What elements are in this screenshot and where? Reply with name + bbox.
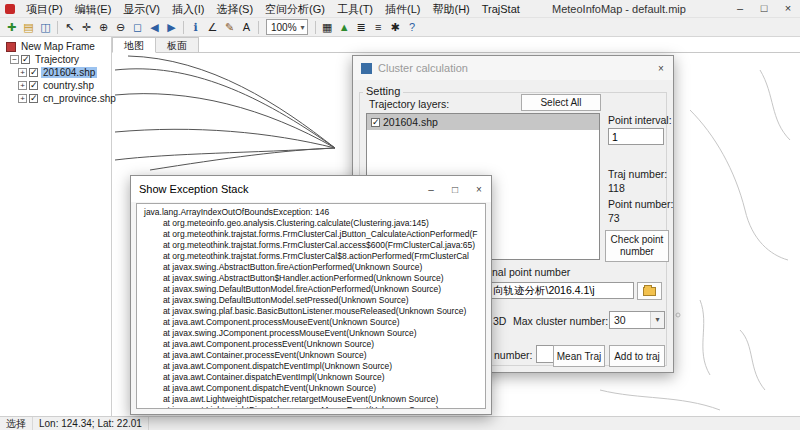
point-interval-label: Point interval: <box>608 114 672 126</box>
browse-folder-button[interactable] <box>637 282 662 300</box>
menu-view[interactable]: 显示(V) <box>117 0 166 18</box>
minimize-button[interactable]: – <box>728 0 752 18</box>
trajectory-layers-label: Trajectory layers: <box>369 98 449 110</box>
toolbar-separator <box>258 21 259 34</box>
layer-list-checkbox[interactable] <box>371 118 380 127</box>
measure-icon[interactable]: ∠ <box>204 19 221 35</box>
zoom-level-combo[interactable]: 100% ▾ <box>266 19 308 35</box>
zoom-previous-icon[interactable]: ◀ <box>146 19 163 35</box>
toolbar-separator <box>183 21 184 34</box>
window-controls: – □ × <box>728 0 800 18</box>
add-to-traj-button[interactable]: Add to traj <box>609 345 665 367</box>
full-extent-icon[interactable]: ◻ <box>129 19 146 35</box>
cluster-dialog-close-icon[interactable]: × <box>649 56 673 80</box>
menu-tools[interactable]: 工具(T) <box>331 0 379 18</box>
layer-checkbox[interactable] <box>21 55 30 64</box>
tree-item-layer-201604[interactable]: + 201604.shp <box>0 66 111 79</box>
exception-minimize-icon[interactable]: – <box>419 176 443 202</box>
layer-checkbox[interactable] <box>29 94 38 103</box>
tabstrip-divider <box>112 52 800 53</box>
layer-checkbox[interactable] <box>29 68 38 77</box>
select-icon[interactable]: ↖ <box>61 19 78 35</box>
stack-trace-line: at org.meteothink.trajstat.forms.FrmClus… <box>144 251 485 262</box>
stack-trace-line: at javax.swing.DefaultButtonModel.setPre… <box>144 295 485 306</box>
label-icon[interactable]: A <box>238 19 255 35</box>
zoom-out-icon[interactable]: ⊖ <box>112 19 129 35</box>
edit-icon[interactable]: ✎ <box>221 19 238 35</box>
cluster-dialog-titlebar[interactable]: Cluster calculation × <box>353 56 673 80</box>
mean-traj-button[interactable]: Mean Traj <box>553 345 605 367</box>
identify-icon[interactable]: ℹ <box>187 19 204 35</box>
stack-trace-panel[interactable]: java.lang.ArrayIndexOutOfBoundsException… <box>136 203 486 409</box>
chevron-down-icon: ▾ <box>650 312 664 328</box>
traj-number-value: 118 <box>608 182 625 194</box>
tree-item-map-frame[interactable]: New Map Frame <box>0 40 111 53</box>
chart-icon[interactable]: ▲ <box>336 19 353 35</box>
menu-selection[interactable]: 选择(S) <box>210 0 259 18</box>
menu-edit[interactable]: 编辑(E) <box>69 0 118 18</box>
expand-icon[interactable]: + <box>18 94 27 103</box>
menu-insert[interactable]: 插入(I) <box>166 0 210 18</box>
expand-icon[interactable]: + <box>18 68 27 77</box>
select-all-button[interactable]: Select All <box>521 94 601 111</box>
check-point-number-button[interactable]: Check point number <box>605 230 669 262</box>
stack-trace-line: java.lang.ArrayIndexOutOfBoundsException… <box>144 207 485 218</box>
toolbar-separator <box>57 21 58 34</box>
close-button[interactable]: × <box>776 0 800 18</box>
tree-item-layer-cn-province[interactable]: + cn_province.shp <box>0 92 111 105</box>
settings-icon[interactable]: ✱ <box>387 19 404 35</box>
stack-trace-line: at javax.swing.AbstractButton.fireAction… <box>144 262 485 273</box>
cluster-number-label: number: <box>494 349 533 361</box>
menu-trajstat[interactable]: TrajStat <box>476 0 526 18</box>
open-icon[interactable]: ▤ <box>20 19 37 35</box>
new-icon[interactable]: ✚ <box>3 19 20 35</box>
layers-icon[interactable]: ≣ <box>353 19 370 35</box>
stack-trace-line: at java.awt.LightweightDispatcher.proces… <box>144 405 485 409</box>
maximize-button[interactable]: □ <box>752 0 776 18</box>
layer-label: cn_province.shp <box>41 93 118 104</box>
view-tabs: 地图 板面 <box>112 37 199 53</box>
save-icon[interactable]: ◫ <box>37 19 54 35</box>
attribute-table-icon[interactable]: ▦ <box>319 19 336 35</box>
tab-map[interactable]: 地图 <box>112 37 156 53</box>
stack-trace-line: at java.awt.Component.dispatchEvent(Unkn… <box>144 383 485 394</box>
is-3d-label: 3D <box>493 315 506 327</box>
folder-icon <box>643 287 656 296</box>
traj-number-label: Traj number: <box>608 168 667 180</box>
layer-checkbox[interactable] <box>29 81 38 90</box>
stack-trace-line: at java.awt.LightweightDispatcher.retarg… <box>144 394 485 405</box>
point-interval-input[interactable] <box>608 128 664 145</box>
stack-trace-line: at javax.swing.JComponent.processMouseEv… <box>144 328 485 339</box>
point-number-label: Point number: <box>608 198 673 210</box>
help-icon[interactable]: ? <box>404 19 421 35</box>
tree-item-trajectory-group[interactable]: − Trajectory <box>0 53 111 66</box>
zoom-in-icon[interactable]: ⊕ <box>95 19 112 35</box>
stack-trace-line: at java.awt.Container.dispatchEventImpl(… <box>144 372 485 383</box>
stack-trace-line: at org.meteoinfo.geo.analysis.Clustering… <box>144 218 485 229</box>
max-cluster-number-combo[interactable]: 30 ▾ <box>609 311 665 329</box>
expand-icon[interactable]: + <box>18 81 27 90</box>
list-item-201604[interactable]: 201604.shp <box>367 114 599 130</box>
menu-bar: 项目(P) 编辑(E) 显示(V) 插入(I) 选择(S) 空间分析(G) 工具… <box>0 0 800 18</box>
status-coordinates: Lon: 124.34; Lat: 22.01 <box>33 417 149 430</box>
tree-item-layer-country[interactable]: + country.shp <box>0 79 111 92</box>
menu-plugins[interactable]: 插件(L) <box>379 0 426 18</box>
pan-icon[interactable]: ✛ <box>78 19 95 35</box>
exception-close-icon[interactable]: × <box>467 176 491 202</box>
trajectory-group-label: Trajectory <box>33 54 81 65</box>
menu-geoprocessing[interactable]: 空间分析(G) <box>259 0 331 18</box>
cluster-dialog-title: Cluster calculation <box>378 62 468 74</box>
exception-stack-dialog: Show Exception Stack – □ × java.lang.Arr… <box>130 175 492 415</box>
script-icon[interactable]: ≡ <box>370 19 387 35</box>
menu-project[interactable]: 项目(P) <box>20 0 69 18</box>
trajectory-file-path-input[interactable] <box>489 282 634 299</box>
zoom-next-icon[interactable]: ▶ <box>163 19 180 35</box>
menu-help[interactable]: 帮助(H) <box>426 0 475 18</box>
exception-dialog-title: Show Exception Stack <box>139 183 248 195</box>
window-title: MeteoInfoMap - default.mip <box>552 0 686 18</box>
tab-layout[interactable]: 板面 <box>156 37 199 53</box>
equal-point-number-label: nal point number <box>492 266 570 278</box>
collapse-icon[interactable]: − <box>10 55 19 64</box>
exception-dialog-titlebar[interactable]: Show Exception Stack – □ × <box>131 176 491 202</box>
exception-maximize-icon[interactable]: □ <box>443 176 467 202</box>
